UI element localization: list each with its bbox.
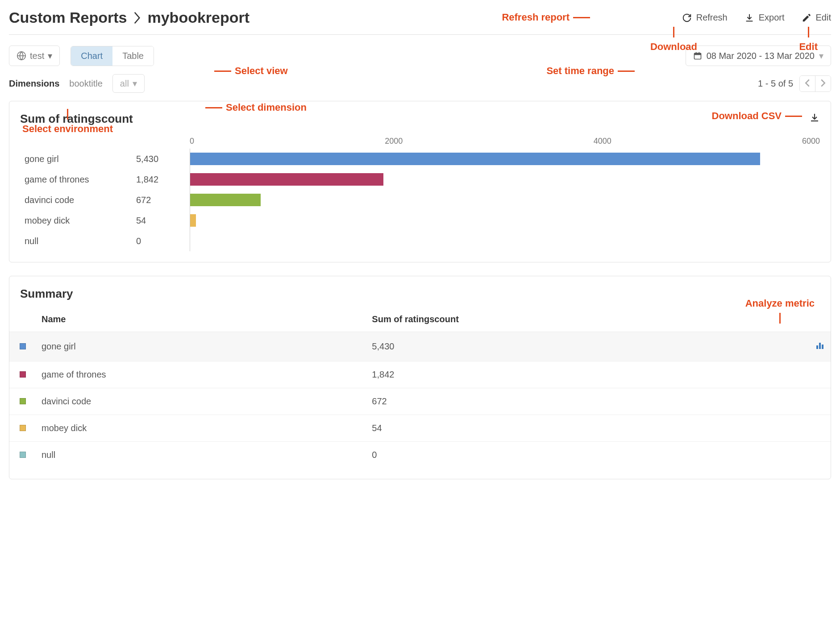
breadcrumb: Custom Reports mybookreport [9,9,250,26]
summary-row-name: davinci code [36,388,366,415]
page-prev-button[interactable] [800,76,815,91]
caret-down-icon: ▾ [133,78,137,89]
chart-bar[interactable] [190,173,383,186]
caret-down-icon: ▾ [819,50,823,61]
refresh-button[interactable]: Refresh [682,12,728,23]
svg-rect-5 [816,345,818,349]
chart-row-label: game of thrones [20,174,136,185]
summary-col-value: Sum of ratingscount [366,307,795,332]
calendar-icon [693,51,702,60]
table-row: mobey dick54 [9,415,831,442]
color-swatch [20,343,26,349]
view-tabs: Chart Table [71,46,154,66]
chart-row: game of thrones1,842 [20,169,820,190]
summary-row-value: 1,842 [366,361,795,388]
chart-row: null0 [20,231,820,251]
chart-panel: Sum of ratingscount 0200040006000 gone g… [9,101,831,262]
chart-row-value: 1,842 [136,174,190,185]
edit-button[interactable]: Edit [802,12,831,23]
edit-label: Edit [816,12,831,23]
chevron-right-icon [134,12,140,24]
chart-row-value: 672 [136,195,190,205]
date-range-value: 08 Mar 2020 - 13 Mar 2020 [707,51,815,61]
download-icon [744,13,754,23]
chart-row-label: mobey dick [20,216,136,226]
summary-row-name: null [36,442,366,469]
download-icon [809,112,820,123]
chart-title: Sum of ratingscount [20,112,133,126]
chart-bar[interactable] [190,194,261,206]
summary-col-name: Name [36,307,366,332]
summary-row-name: gone girl [36,332,366,361]
export-button[interactable]: Export [744,12,785,23]
svg-rect-6 [819,343,821,349]
export-label: Export [759,12,785,23]
table-row: null0 [9,442,831,469]
chart-body: gone girl5,430game of thrones1,842davinc… [20,149,820,251]
color-swatch [20,425,26,431]
chart-row-value: 5,430 [136,154,190,164]
summary-row-value: 672 [366,388,795,415]
caret-down-icon: ▾ [48,50,52,61]
chart-row: mobey dick54 [20,210,820,231]
chart-bar[interactable] [190,153,760,165]
environment-select[interactable]: test ▾ [9,46,60,66]
summary-row-value: 0 [366,442,795,469]
chart-row-label: null [20,236,136,246]
chart-row-value: 0 [136,236,190,246]
chart-row-value: 54 [136,216,190,226]
table-row: game of thrones1,842 [9,361,831,388]
color-swatch [20,371,26,378]
svg-rect-7 [822,345,823,349]
chevron-right-icon [820,79,826,87]
svg-rect-2 [694,53,701,55]
globe-icon [17,51,26,61]
table-row: davinci code672 [9,388,831,415]
chart-bar[interactable] [190,214,196,227]
dimension-name: booktitle [69,79,103,89]
refresh-icon [682,13,692,23]
dimensions-label: Dimensions [9,79,59,89]
chart-row-label: davinci code [20,195,136,205]
summary-row-value: 54 [366,415,795,442]
date-range-select[interactable]: 08 Mar 2020 - 13 Mar 2020 ▾ [686,46,831,66]
color-swatch [20,398,26,404]
chart-row-label: gone girl [20,154,136,164]
analyze-icon[interactable] [815,340,825,351]
dimension-filter-select[interactable]: all ▾ [112,74,145,93]
refresh-label: Refresh [696,12,728,23]
dimension-filter-value: all [120,79,129,89]
summary-row-name: game of thrones [36,361,366,388]
summary-title: Summary [9,287,831,307]
environment-value: test [30,51,44,61]
tab-chart[interactable]: Chart [71,46,112,66]
summary-row-value: 5,430 [366,332,795,361]
chart-row: gone girl5,430 [20,149,820,169]
color-swatch [20,452,26,458]
breadcrumb-root[interactable]: Custom Reports [9,9,127,26]
summary-row-name: mobey dick [36,415,366,442]
chevron-left-icon [804,79,811,87]
summary-panel: Summary Name Sum of ratingscount gone gi… [9,276,831,479]
chart-row: davinci code672 [20,190,820,210]
table-row: gone girl5,430 [9,332,831,361]
pencil-icon [802,13,811,23]
breadcrumb-current: mybookreport [147,9,250,26]
page-next-button[interactable] [815,76,831,91]
chart-x-axis: 0200040006000 [190,137,820,146]
pagination-info: 1 - 5 of 5 [758,79,793,89]
tab-table[interactable]: Table [112,46,154,66]
download-csv-button[interactable] [809,112,820,125]
